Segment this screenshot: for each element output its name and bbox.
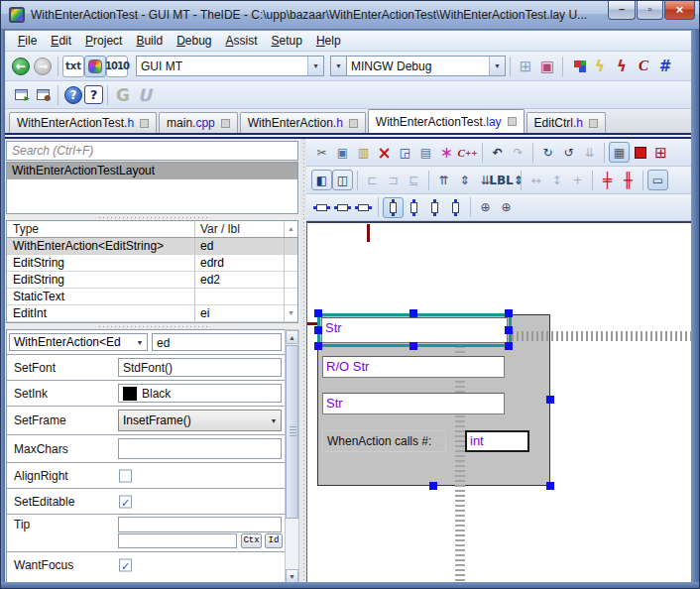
copy-document-icon[interactable]: ▤ xyxy=(415,142,436,163)
tab-withenteractiontest-lay[interactable]: WithEnterActionTest.lay xyxy=(368,109,525,133)
vspring-bottom-button[interactable] xyxy=(445,197,466,218)
rotate-ccw-icon[interactable]: ↺ xyxy=(558,142,579,163)
table-row[interactable]: EditString ed2 xyxy=(7,272,297,289)
grid-y-icon[interactable]: ⊕ xyxy=(496,197,517,218)
package-combo[interactable]: GUI MT ▼ xyxy=(136,56,324,76)
tip-field[interactable] xyxy=(118,517,282,532)
size-both-icon[interactable]: + xyxy=(567,170,588,190)
setink-field[interactable]: Black xyxy=(118,384,282,403)
scroll-up-icon[interactable]: ▲ xyxy=(285,221,297,237)
help-button[interactable]: ? xyxy=(62,84,84,106)
menu-assist[interactable]: Assist xyxy=(219,32,265,50)
tab-close-icon[interactable] xyxy=(508,117,517,126)
menu-help[interactable]: Help xyxy=(309,32,348,50)
distribute-vert-icon[interactable]: ⇕ xyxy=(454,170,475,190)
scroll-down-icon[interactable]: ▼ xyxy=(286,569,298,583)
goto-u-icon[interactable]: U xyxy=(134,84,156,106)
tab-close-icon[interactable] xyxy=(140,119,149,128)
config-drop-button[interactable]: ▼ xyxy=(330,56,347,76)
widget-mode-icon[interactable]: ▭ xyxy=(647,170,668,190)
ctx-button[interactable]: Ctx xyxy=(241,533,262,548)
seteditable-checkbox[interactable]: ✓ xyxy=(119,495,132,508)
hex-mode-icon[interactable]: 1010 xyxy=(106,56,128,77)
form-handle[interactable] xyxy=(546,396,554,404)
package-add-icon[interactable]: ⊞ xyxy=(515,56,536,77)
distribute-top-icon[interactable]: ⇈ xyxy=(433,170,454,190)
designer-mode-button[interactable] xyxy=(84,56,106,77)
tab-withenteraction-h[interactable]: WithEnterAction.h xyxy=(240,112,366,133)
selection-handle[interactable] xyxy=(409,342,417,350)
context-help-icon[interactable]: ? xyxy=(84,85,103,104)
label-height-icon[interactable]: LBL⇕ xyxy=(496,170,517,190)
tab-main-cpp[interactable]: main.cpp xyxy=(159,112,238,133)
alignright-checkbox[interactable]: ✓ xyxy=(119,469,132,482)
minimize-button[interactable]: – xyxy=(608,1,636,20)
duplicate-icon[interactable]: ◲ xyxy=(395,142,415,163)
menu-file[interactable]: File xyxy=(11,32,44,50)
wantfocus-checkbox[interactable]: ✓ xyxy=(119,559,132,572)
setfont-field[interactable]: StdFont() xyxy=(118,358,282,377)
build-method-combo[interactable]: MINGW Debug ▼ xyxy=(347,56,506,76)
center-horizontal-icon[interactable]: ╪ xyxy=(597,170,618,190)
move-down-icon[interactable]: ⇊ xyxy=(579,142,600,163)
selection-handle[interactable] xyxy=(314,342,322,350)
cut-icon[interactable]: ✂ xyxy=(311,142,332,163)
run-button[interactable]: ▸ xyxy=(10,84,32,106)
add-item-icon[interactable]: ∗ xyxy=(436,142,457,163)
setframe-combo[interactable]: InsetFrame() ▼ xyxy=(118,410,282,431)
chevron-down-icon[interactable]: ▼ xyxy=(489,57,505,75)
scrollbar-thumb[interactable] xyxy=(286,345,298,519)
undo-icon[interactable]: ↶ xyxy=(487,142,508,163)
tab-editctrl-h[interactable]: EditCtrl.h xyxy=(526,112,606,133)
column-header-type[interactable]: Type xyxy=(7,221,195,237)
menu-setup[interactable]: Setup xyxy=(265,32,309,50)
align-left-icon[interactable]: ⊏ xyxy=(362,170,383,190)
id-button[interactable]: Id xyxy=(265,533,283,548)
scroll-down-icon[interactable]: ▼ xyxy=(285,305,297,321)
tab-close-icon[interactable] xyxy=(589,119,598,128)
c-language-icon[interactable]: C xyxy=(633,56,654,77)
layout-grid-icon[interactable]: ⊞ xyxy=(650,142,671,163)
copy-icon[interactable]: ▣ xyxy=(332,142,353,163)
tab-close-icon[interactable] xyxy=(349,119,358,128)
form-handle[interactable] xyxy=(429,482,437,490)
delete-icon[interactable]: × xyxy=(374,142,395,163)
table-row[interactable]: EditInt ei ▼ xyxy=(7,305,297,322)
selection-handle[interactable] xyxy=(505,326,513,334)
variable-name-field[interactable]: ed xyxy=(152,333,282,351)
scroll-up-icon[interactable]: ▲ xyxy=(286,330,298,344)
vspring-both-button[interactable] xyxy=(424,197,445,218)
goto-g-icon[interactable]: G xyxy=(112,84,134,106)
table-row[interactable]: StaticText xyxy=(7,289,297,305)
chevron-down-icon[interactable]: ▼ xyxy=(307,57,323,75)
size-vert-icon[interactable]: ↕ xyxy=(546,170,567,190)
table-row[interactable]: WithEnterAction<EditString> ed xyxy=(7,238,297,255)
rotate-cw-icon[interactable]: ↻ xyxy=(537,142,558,163)
hspring-right-button[interactable] xyxy=(353,197,374,218)
center-vertical-icon[interactable]: ╫ xyxy=(618,170,639,190)
anchor-vert-icon[interactable]: ◫ xyxy=(332,170,353,190)
paste-icon[interactable]: ▥ xyxy=(353,142,374,163)
edit-field-edrd[interactable]: R/O Str xyxy=(322,356,505,378)
static-text-label[interactable]: WhenAction calls #: xyxy=(322,430,446,452)
tab-close-icon[interactable] xyxy=(221,119,230,128)
vspring-center-button[interactable] xyxy=(404,197,424,218)
layout-canvas[interactable]: Str R/O Str Str WhenAction calls #: int xyxy=(306,221,693,584)
selection-handle[interactable] xyxy=(505,342,513,350)
grid-toggle-icon[interactable]: ▦ xyxy=(609,142,630,163)
size-horz-icon[interactable]: ↔ xyxy=(525,170,546,190)
red-square-button[interactable] xyxy=(630,142,650,163)
property-scrollbar[interactable]: ▲ ▼ xyxy=(285,329,299,584)
title-bar[interactable]: WithEnterActionTest - GUI MT - TheIDE - … xyxy=(1,1,700,30)
column-header-var[interactable]: Var / lbl xyxy=(195,221,285,237)
maxchars-field[interactable] xyxy=(118,438,282,459)
layout-list-item[interactable]: WithEnterActionTestLayout xyxy=(7,163,297,179)
packages-icon[interactable]: ▣ xyxy=(536,56,558,77)
hspring-both-button[interactable] xyxy=(332,197,353,218)
grid-x-icon[interactable]: ⊕ xyxy=(475,197,496,218)
class-combo[interactable]: WithEnterAction<Ed ▼ xyxy=(9,333,148,351)
table-row[interactable]: EditString edrd xyxy=(7,255,297,272)
forward-button[interactable]: → xyxy=(32,56,54,77)
form-handle[interactable] xyxy=(546,482,554,490)
build-icon[interactable]: ϟ xyxy=(589,56,611,77)
